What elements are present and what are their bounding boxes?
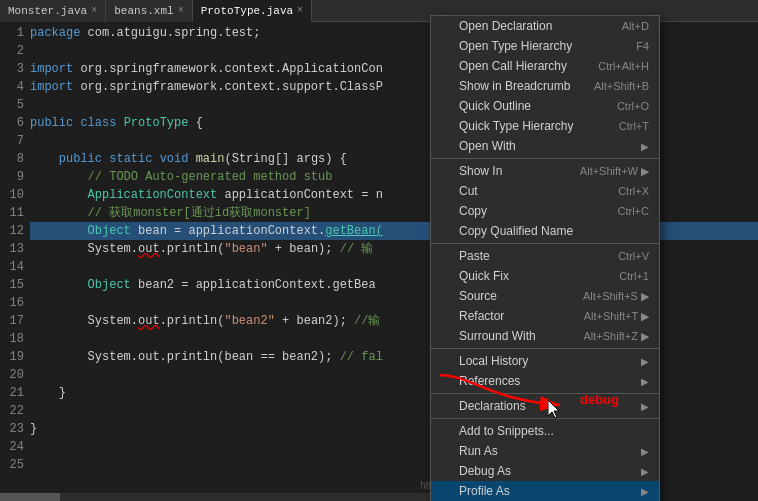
menu-item-label: Open Type Hierarchy [459, 39, 572, 53]
menu-item-declarations[interactable]: Declarations▶ [431, 396, 659, 416]
menu-item-label: Show In [459, 164, 502, 178]
menu-item-local-history[interactable]: Local History▶ [431, 351, 659, 371]
menu-item-open-declaration[interactable]: Open DeclarationAlt+D [431, 16, 659, 36]
menu-item-debug-as[interactable]: Debug As▶ [431, 461, 659, 481]
menu-item-copy[interactable]: CopyCtrl+C [431, 201, 659, 221]
cursor-icon [548, 400, 562, 424]
menu-item-arrow: ▶ [641, 376, 649, 387]
tab-monster-label: Monster.java [8, 5, 87, 17]
menu-item-label: Source [459, 289, 497, 303]
menu-item-source[interactable]: SourceAlt+Shift+S ▶ [431, 286, 659, 306]
context-menu: Open DeclarationAlt+DOpen Type Hierarchy… [430, 15, 660, 501]
menu-item-refactor[interactable]: RefactorAlt+Shift+T ▶ [431, 306, 659, 326]
menu-item-label: Quick Type Hierarchy [459, 119, 574, 133]
menu-item-shortcut: Alt+D [622, 20, 649, 32]
menu-separator-7 [431, 158, 659, 159]
menu-item-run-as[interactable]: Run As▶ [431, 441, 659, 461]
menu-item-paste[interactable]: PasteCtrl+V [431, 246, 659, 266]
menu-item-shortcut: Ctrl+T [619, 120, 649, 132]
menu-item-label: Open With [459, 139, 516, 153]
menu-item-label: Local History [459, 354, 528, 368]
menu-item-label: Quick Fix [459, 269, 509, 283]
menu-item-arrow: ▶ [641, 401, 649, 412]
menu-item-label: References [459, 374, 520, 388]
menu-item-label: Add to Snippets... [459, 424, 554, 438]
menu-item-shortcut: F4 [636, 40, 649, 52]
tab-prototype-java[interactable]: ProtoType.java × [193, 0, 312, 22]
menu-item-shortcut: Ctrl+X [618, 185, 649, 197]
menu-item-label: Copy [459, 204, 487, 218]
menu-item-shortcut: Ctrl+C [618, 205, 649, 217]
menu-item-profile-as[interactable]: Profile As▶ [431, 481, 659, 501]
menu-item-arrow: ▶ [641, 486, 649, 497]
menu-item-label: Paste [459, 249, 490, 263]
menu-item-add-to-snippets[interactable]: Add to Snippets... [431, 421, 659, 441]
menu-item-references[interactable]: References▶ [431, 371, 659, 391]
menu-separator-11 [431, 243, 659, 244]
menu-item-label: Show in Breadcrumb [459, 79, 570, 93]
line-numbers: 1234567891011121314151617181920212223242… [0, 22, 30, 501]
menu-item-shortcut: Alt+Shift+B [594, 80, 649, 92]
menu-item-surround-with[interactable]: Surround WithAlt+Shift+Z ▶ [431, 326, 659, 346]
menu-separator-18 [431, 393, 659, 394]
menu-item-label: Cut [459, 184, 478, 198]
menu-separator-16 [431, 348, 659, 349]
menu-item-shortcut: Alt+Shift+S ▶ [583, 290, 649, 303]
menu-item-quick-type-hierarchy[interactable]: Quick Type HierarchyCtrl+T [431, 116, 659, 136]
menu-item-show-in-breadcrumb[interactable]: Show in BreadcrumbAlt+Shift+B [431, 76, 659, 96]
tab-monster-java[interactable]: Monster.java × [0, 0, 106, 22]
menu-item-shortcut: Ctrl+O [617, 100, 649, 112]
menu-item-label: Surround With [459, 329, 536, 343]
menu-item-arrow: ▶ [641, 141, 649, 152]
menu-item-label: Debug As [459, 464, 511, 478]
editor-container: Monster.java × beans.xml × ProtoType.jav… [0, 0, 758, 501]
menu-item-shortcut: Ctrl+V [618, 250, 649, 262]
menu-item-show-in[interactable]: Show InAlt+Shift+W ▶ [431, 161, 659, 181]
menu-item-shortcut: Ctrl+1 [619, 270, 649, 282]
menu-item-arrow: ▶ [641, 446, 649, 457]
menu-item-cut[interactable]: CutCtrl+X [431, 181, 659, 201]
menu-item-shortcut: Alt+Shift+W ▶ [580, 165, 649, 178]
tab-beans-label: beans.xml [114, 5, 173, 17]
menu-item-label: Refactor [459, 309, 504, 323]
menu-item-copy-qualified-name[interactable]: Copy Qualified Name [431, 221, 659, 241]
menu-item-label: Open Call Hierarchy [459, 59, 567, 73]
menu-item-quick-fix[interactable]: Quick FixCtrl+1 [431, 266, 659, 286]
menu-item-shortcut: Ctrl+Alt+H [598, 60, 649, 72]
tab-prototype-label: ProtoType.java [201, 5, 293, 17]
menu-item-label: Quick Outline [459, 99, 531, 113]
tab-beans-xml[interactable]: beans.xml × [106, 0, 192, 22]
svg-marker-1 [548, 400, 559, 418]
menu-item-shortcut: Alt+Shift+T ▶ [584, 310, 649, 323]
tab-beans-close[interactable]: × [178, 5, 184, 16]
menu-separator-19 [431, 418, 659, 419]
menu-item-quick-outline[interactable]: Quick OutlineCtrl+O [431, 96, 659, 116]
debug-label: debug [580, 392, 619, 407]
menu-item-label: Profile As [459, 484, 510, 498]
scrollbar-thumb[interactable] [0, 493, 60, 501]
menu-item-open-call-hierarchy[interactable]: Open Call HierarchyCtrl+Alt+H [431, 56, 659, 76]
menu-item-arrow: ▶ [641, 466, 649, 477]
menu-item-open-type-hierarchy[interactable]: Open Type HierarchyF4 [431, 36, 659, 56]
tab-prototype-close[interactable]: × [297, 5, 303, 16]
menu-item-open-with[interactable]: Open With▶ [431, 136, 659, 156]
menu-item-label: Copy Qualified Name [459, 224, 573, 238]
menu-item-label: Declarations [459, 399, 526, 413]
menu-item-arrow: ▶ [641, 356, 649, 367]
tab-monster-close[interactable]: × [91, 5, 97, 16]
horizontal-scrollbar[interactable] [0, 493, 440, 501]
menu-item-label: Open Declaration [459, 19, 552, 33]
menu-item-shortcut: Alt+Shift+Z ▶ [584, 330, 649, 343]
menu-item-label: Run As [459, 444, 498, 458]
